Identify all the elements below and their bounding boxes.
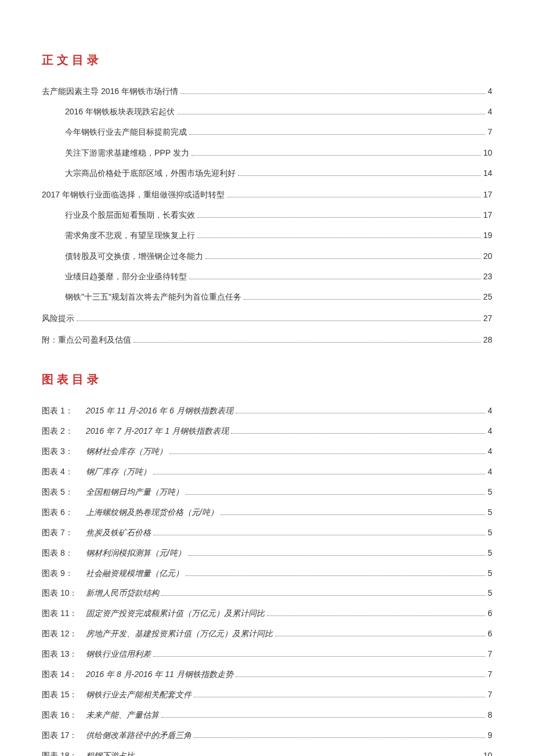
figure-entry[interactable]: 图表 13：钢铁行业信用利差7 [42,647,492,662]
figure-entry[interactable]: 图表 12：房地产开发、基建投资累计值（万亿元）及累计同比6 [42,627,492,642]
figure-entry[interactable]: 图表 10：新增人民币贷款结构5 [42,586,492,601]
toc-entry-text: 债转股及可交换债，增强钢企过冬能力 [65,249,203,264]
leader-dots [153,656,485,657]
figure-entry-title: 供给侧改革路径中的矛盾三角 [86,728,192,743]
figure-entry-label: 图表 13： [42,647,86,662]
toc-entry[interactable]: 大宗商品价格处于底部区域，外围市场先迎利好14 [42,166,492,181]
toc-entry[interactable]: 钢铁"十三五"规划首次将去产能列为首位重点任务25 [42,290,492,304]
toc-entry[interactable]: 风险提示27 [42,311,492,326]
leader-dots [189,134,485,135]
toc-container: 去产能因素主导 2016 年钢铁市场行情42016 年钢铁板块表现跌宕起伏4今年… [42,84,492,347]
figure-entry-title: 固定资产投资完成额累计值（万亿元）及累计同比 [86,606,265,621]
figure-entry[interactable]: 图表 3：钢材社会库存（万吨）4 [42,444,492,459]
figure-entry-label: 图表 8： [42,546,86,561]
figure-entry-page: 6 [488,627,492,642]
toc-entry-text: 风险提示 [42,311,74,326]
leader-dots [236,413,486,413]
figure-entry-page: 7 [488,687,492,703]
leader-dots [177,114,485,114]
leader-dots [186,494,485,495]
figure-entry-title: 2016 年 8 月-2016 年 11 月钢铁指数走势 [86,667,233,682]
leader-dots [181,93,485,94]
toc-entry-page: 14 [483,166,492,181]
figure-entry-label: 图表 10： [42,586,86,601]
toc-heading: 正文目录 [42,52,492,68]
figure-entry[interactable]: 图表 4：钢厂库存（万吨）4 [42,465,492,480]
figure-entry-page: 5 [488,525,492,541]
figure-entry[interactable]: 图表 9：社会融资规模增量（亿元）5 [42,566,492,581]
leader-dots [221,514,485,515]
figure-entry-title: 社会融资规模增量（亿元） [86,566,183,581]
figure-entry[interactable]: 图表 6：上海螺纹钢及热卷现货价格（元/吨）5 [42,505,492,520]
figure-entry-page: 5 [488,546,492,561]
toc-entry-page: 25 [483,290,492,304]
figure-entry[interactable]: 图表 15：钢铁行业去产能相关配套文件7 [42,687,492,703]
figure-entry-title: 房地产开发、基建投资累计值（万亿元）及累计同比 [86,627,273,642]
toc-entry-page: 4 [488,105,492,119]
figure-entry-page: 5 [488,485,492,500]
toc-entry-text: 2016 年钢铁板块表现跌宕起伏 [65,105,175,119]
toc-entry-page: 28 [483,333,492,347]
figure-entry[interactable]: 图表 8：钢材利润模拟测算（元/吨）5 [42,546,492,561]
figure-entry-label: 图表 6： [42,505,86,520]
leader-dots [169,453,485,454]
toc-entry-page: 27 [483,311,492,326]
figure-entry[interactable]: 图表 14：2016 年 8 月-2016 年 11 月钢铁指数走势7 [42,667,492,682]
toc-entry[interactable]: 需求角度不悲观，有望呈现恢复上行19 [42,228,492,243]
toc-entry[interactable]: 今年钢铁行业去产能目标提前完成7 [42,125,492,139]
toc-entry-page: 19 [483,228,492,243]
leader-dots [161,717,485,718]
toc-entry-text: 2017 年钢铁行业面临选择，重组做强抑或适时转型 [42,188,225,202]
figure-entry-page: 4 [488,424,492,439]
figure-entry-label: 图表 9： [42,566,86,581]
toc-entry[interactable]: 行业及个股层面短看预期，长看实效17 [42,208,492,222]
figure-entry[interactable]: 图表 1：2015 年 11 月-2016 年 6 月钢铁指数表现4 [42,404,492,419]
toc-entry[interactable]: 债转股及可交换债，增强钢企过冬能力20 [42,249,492,264]
leader-dots [238,175,481,176]
figure-entry-title: 2016 年 7 月-2017 年 1 月钢铁指数表现 [86,424,229,439]
toc-entry[interactable]: 业绩日趋萎靡，部分企业亟待转型23 [42,269,492,284]
figure-entry-label: 图表 12： [42,627,86,642]
figure-entry[interactable]: 图表 11：固定资产投资完成额累计值（万亿元）及累计同比6 [42,606,492,621]
toc-entry[interactable]: 附：重点公司盈利及估值28 [42,333,492,347]
toc-entry[interactable]: 2016 年钢铁板块表现跌宕起伏4 [42,105,492,119]
figure-entry-page: 4 [488,465,492,480]
leader-dots [236,676,486,677]
figure-entry[interactable]: 图表 17：供给侧改革路径中的矛盾三角9 [42,728,492,743]
figure-entry-label: 图表 18： [42,748,86,756]
figure-entry-title: 钢铁行业去产能相关配套文件 [86,687,192,703]
leader-dots [275,636,485,636]
toc-entry-page: 20 [483,249,492,264]
figure-entry-page: 8 [488,708,492,723]
figure-entry[interactable]: 图表 16：未来产能、产量估算8 [42,708,492,723]
figure-entry-title: 上海螺纹钢及热卷现货价格（元/吨） [86,505,218,520]
toc-entry-text: 需求角度不悲观，有望呈现恢复上行 [65,228,195,243]
figure-entry[interactable]: 图表 7：焦炭及铁矿石价格5 [42,525,492,541]
figure-entry-title: 粗钢下游占比 [86,748,135,756]
figure-entry-page: 7 [488,647,492,662]
figure-entry-label: 图表 14： [42,667,86,682]
figure-entry-label: 图表 1： [42,404,86,419]
figure-entry-label: 图表 15： [42,687,86,703]
leader-dots [161,595,485,596]
toc-entry-text: 钢铁"十三五"规划首次将去产能列为首位重点任务 [65,290,241,304]
figure-entry-label: 图表 7： [42,525,86,541]
toc-entry-page: 23 [483,269,492,284]
figure-entry-page: 6 [488,606,492,621]
figure-entry[interactable]: 图表 18：粗钢下游占比10 [42,748,492,756]
figure-entry-title: 钢材利润模拟测算（元/吨） [86,546,186,561]
toc-entry-text: 去产能因素主导 2016 年钢铁市场行情 [42,84,178,99]
figure-entry[interactable]: 图表 5：全国粗钢日均产量（万吨）5 [42,485,492,500]
toc-entry[interactable]: 2017 年钢铁行业面临选择，重组做强抑或适时转型17 [42,188,492,202]
leader-dots [194,737,485,738]
figure-entry-page: 7 [488,667,492,682]
leader-dots [134,342,481,343]
toc-entry[interactable]: 关注下游需求基建维稳，PPP 发力10 [42,146,492,160]
figure-entry-title: 新增人民币贷款结构 [86,586,159,601]
figure-entry[interactable]: 图表 2：2016 年 7 月-2017 年 1 月钢铁指数表现4 [42,424,492,439]
figure-entry-label: 图表 5： [42,485,86,500]
toc-entry[interactable]: 去产能因素主导 2016 年钢铁市场行情4 [42,84,492,99]
toc-entry-text: 大宗商品价格处于底部区域，外围市场先迎利好 [65,166,236,181]
toc-entry-page: 10 [483,146,492,160]
leader-dots [189,279,481,279]
